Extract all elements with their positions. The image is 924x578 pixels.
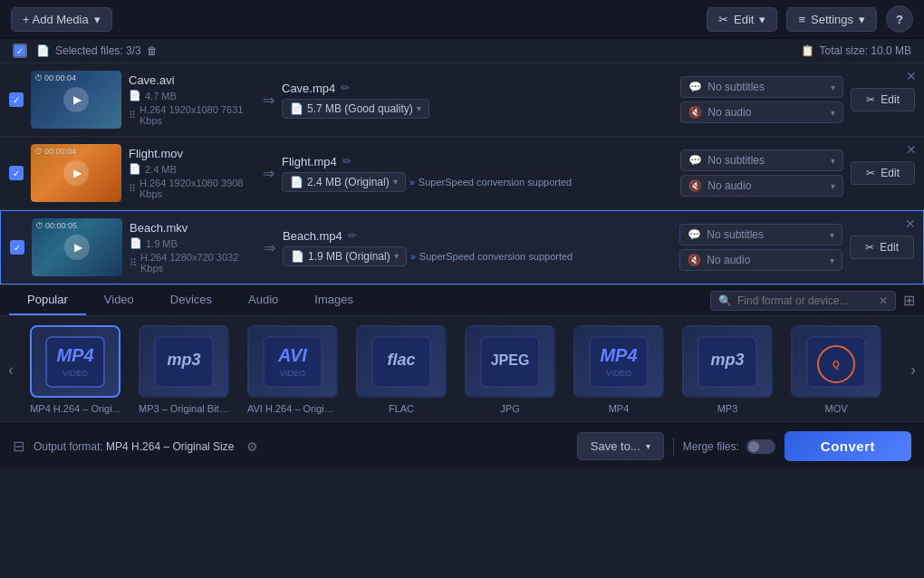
file-checkbox-beach[interactable]: ✓ xyxy=(10,240,24,255)
mp4-card-svg: MP4 VIDEO xyxy=(39,332,111,391)
tab-popular[interactable]: Popular xyxy=(9,285,86,315)
subtitle-select-cave[interactable]: 💬 No subtitles ▾ xyxy=(680,76,843,98)
svg-text:flac: flac xyxy=(387,351,415,369)
subtitles-section-beach: 💬 No subtitles ▾ 🔇 No audio ▾ xyxy=(679,224,842,271)
audio-arrow-beach: ▾ xyxy=(830,255,834,265)
format-card-label-mov: MOV xyxy=(791,403,881,414)
edit-button-beach[interactable]: ✂ Edit xyxy=(850,236,914,259)
quality-select-cave[interactable]: 📄 5.7 MB (Good quality) ▾ xyxy=(282,99,429,119)
convert-button[interactable]: Convert xyxy=(784,431,911,461)
format-card-mov[interactable]: Q MOV xyxy=(786,325,886,414)
edit-button-cave[interactable]: ✂ Edit xyxy=(851,88,915,111)
subtitle-icon-beach: 💬 xyxy=(688,228,701,241)
subtitle-select-flight[interactable]: 💬 No subtitles ▾ xyxy=(680,149,843,171)
screen-icon[interactable]: ⊞ xyxy=(903,292,915,309)
close-item-cave[interactable]: ✕ xyxy=(906,69,917,83)
format-card-mp4-h264[interactable]: MP4 VIDEO MP4 H.264 – Origi... xyxy=(25,325,125,414)
edit-label-flight: Edit xyxy=(881,167,900,179)
help-label: ? xyxy=(896,13,903,26)
file-name-flight: Flight.mov xyxy=(129,147,255,160)
audio-select-flight[interactable]: 🔇 No audio ▾ xyxy=(680,175,843,197)
svg-text:MP4: MP4 xyxy=(600,345,637,365)
play-button-beach[interactable]: ▶ xyxy=(64,235,90,260)
edit-label-cave: Edit xyxy=(881,93,900,106)
quality-doc-flight: 📄 xyxy=(290,176,303,188)
format-card-inner-jpeg: JPEG xyxy=(465,325,555,398)
select-all-checkbox[interactable]: ✓ xyxy=(13,43,27,58)
grid-icon-cave: ⠿ xyxy=(129,110,136,121)
selected-files-label: Selected files: 3/3 xyxy=(55,44,141,57)
format-card-inner-mp3: mp3 xyxy=(139,325,229,398)
specs-text-beach: H.264 1280x720 3032 Kbps xyxy=(140,252,256,274)
add-media-button[interactable]: + Add Media ▾ xyxy=(11,7,112,32)
format-next-arrow[interactable]: › xyxy=(902,333,924,406)
format-card-avi[interactable]: AVI VIDEO AVI H.264 – Origin... xyxy=(243,325,342,414)
file-specs-cave: ⠿ H.264 1920x1080 7631 Kbps xyxy=(129,104,255,126)
thumbnail-beach[interactable]: ⏱ 00:00:05 ▶ xyxy=(32,218,122,276)
specs-text-cave: H.264 1920x1080 7631 Kbps xyxy=(140,104,255,126)
tab-video[interactable]: Video xyxy=(86,285,152,315)
output-section-cave: Cave.mp4 ✏ 📄 5.7 MB (Good quality) ▾ xyxy=(282,82,673,119)
total-size: 📋 Total size: 10.0 MB xyxy=(801,44,911,57)
check-beach: ✓ xyxy=(14,243,21,253)
thumb-time-flight: ⏱ 00:00:04 xyxy=(34,147,76,156)
tab-audio[interactable]: Audio xyxy=(230,285,296,315)
close-item-beach[interactable]: ✕ xyxy=(905,217,916,231)
save-to-button[interactable]: Save to... ▾ xyxy=(577,432,664,460)
quality-select-beach[interactable]: 📄 1.9 MB (Original) ▾ xyxy=(283,246,407,266)
output-settings-icon[interactable]: ⚙ xyxy=(246,439,258,454)
bottom-bar: ⊟ Output format: MP4 H.264 – Original Si… xyxy=(0,423,924,468)
format-card-mp3[interactable]: mp3 MP3 – Original Bitr... xyxy=(134,325,234,414)
audio-icon-flight: 🔇 xyxy=(688,179,702,192)
play-icon-flight: ▶ xyxy=(73,167,82,179)
audio-select-cave[interactable]: 🔇 No audio ▾ xyxy=(680,101,843,123)
format-card-label-flac: FLAC xyxy=(356,403,447,414)
quality-doc-cave: 📄 xyxy=(290,102,303,115)
settings-button[interactable]: ≡ Settings ▾ xyxy=(786,7,877,32)
edit-name-icon-flight[interactable]: ✏ xyxy=(342,155,351,168)
file-specs-beach: ⠿ H.264 1280x720 3032 Kbps xyxy=(130,252,256,274)
close-item-flight[interactable]: ✕ xyxy=(906,142,917,157)
play-button-cave[interactable]: ▶ xyxy=(63,87,89,112)
edit-button[interactable]: ✂ Edit ▾ xyxy=(707,7,777,32)
grid-icon-beach: ⠿ xyxy=(130,257,137,269)
mp3b-card-svg: mp3 xyxy=(691,332,764,391)
file-checkbox-flight[interactable]: ✓ xyxy=(9,166,24,180)
format-card-flac[interactable]: flac FLAC xyxy=(351,325,451,414)
audio-select-beach[interactable]: 🔇 No audio ▾ xyxy=(679,249,842,271)
file-checkbox-cave[interactable]: ✓ xyxy=(9,92,24,107)
format-card-jpeg[interactable]: JPEG JPG xyxy=(460,325,560,414)
svg-text:VIDEO: VIDEO xyxy=(280,369,305,378)
superspeed-beach: » SuperSpeed conversion supported xyxy=(410,251,573,262)
thumbnail-flight[interactable]: ⏱ 00:00:04 ▶ xyxy=(31,144,121,202)
edit-name-icon-cave[interactable]: ✏ xyxy=(341,82,350,94)
convert-arrow-beach: ⇒ xyxy=(264,239,275,256)
subtitle-select-beach[interactable]: 💬 No subtitles ▾ xyxy=(679,224,842,246)
audio-icon-beach: 🔇 xyxy=(688,254,701,266)
quality-text-beach: 1.9 MB (Original) xyxy=(308,250,390,263)
svg-text:mp3: mp3 xyxy=(710,351,744,369)
format-card-mp3b[interactable]: mp3 MP3 xyxy=(678,325,777,414)
tab-devices[interactable]: Devices xyxy=(152,285,230,315)
merge-files-toggle: Merge files: xyxy=(683,439,775,454)
format-prev-arrow[interactable]: ‹ xyxy=(0,333,22,406)
format-card-label-mp4b: MP4 xyxy=(573,403,664,414)
delete-selected-icon[interactable]: 🗑 xyxy=(147,44,158,57)
merge-files-toggle-switch[interactable] xyxy=(746,439,775,454)
edit-button-flight[interactable]: ✂ Edit xyxy=(851,161,915,185)
play-icon-beach: ▶ xyxy=(74,241,82,254)
thumbnail-cave[interactable]: ⏱ 00:00:04 ▶ xyxy=(31,71,121,129)
tab-images[interactable]: Images xyxy=(296,285,371,315)
search-clear-icon[interactable]: ✕ xyxy=(879,294,888,307)
output-format-name: MP4 H.264 – Original Size xyxy=(106,440,234,453)
quality-select-flight[interactable]: 📄 2.4 MB (Original) ▾ xyxy=(282,172,406,192)
output-name-beach: Beach.mp4 xyxy=(283,229,342,243)
output-name-row-beach: Beach.mp4 ✏ xyxy=(283,229,672,243)
format-search-input[interactable] xyxy=(737,294,873,307)
superspeed-flight: » SuperSpeed conversion supported xyxy=(409,177,573,188)
subtitle-text-beach: No subtitles xyxy=(707,228,764,241)
edit-name-icon-beach[interactable]: ✏ xyxy=(348,229,357,242)
help-button[interactable]: ? xyxy=(886,5,913,33)
play-button-flight[interactable]: ▶ xyxy=(63,160,89,186)
format-card-mp4b[interactable]: MP4 VIDEO MP4 xyxy=(569,325,669,414)
